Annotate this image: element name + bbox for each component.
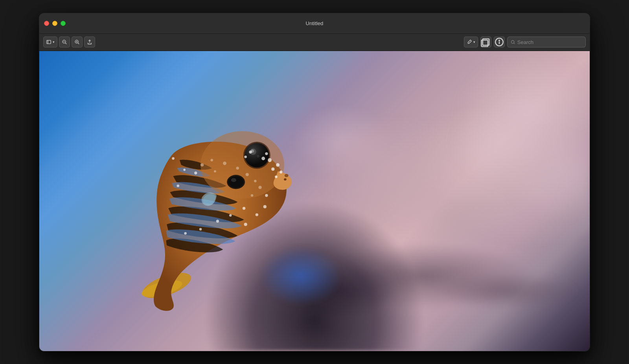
zoom-out-button[interactable] — [59, 37, 70, 48]
svg-point-37 — [229, 214, 232, 217]
share-button[interactable] — [84, 37, 95, 48]
svg-point-54 — [271, 168, 274, 171]
sidebar-toggle-button[interactable]: ▾ — [43, 37, 57, 48]
search-icon — [511, 40, 515, 45]
svg-point-50 — [228, 176, 243, 188]
svg-point-60 — [275, 176, 278, 178]
titlebar: Untitled — [39, 13, 590, 34]
svg-point-32 — [244, 223, 247, 226]
chevron-down-icon: ▾ — [53, 40, 55, 44]
fish-scene — [39, 51, 590, 351]
svg-line-8 — [78, 43, 79, 44]
svg-point-41 — [200, 131, 284, 199]
search-box[interactable] — [507, 37, 586, 48]
pen-icon — [467, 39, 472, 45]
markup-tool-button[interactable]: ▾ — [464, 37, 478, 48]
info-button[interactable] — [494, 37, 505, 48]
layers-button[interactable] — [480, 37, 491, 48]
svg-point-13 — [499, 40, 500, 41]
svg-rect-0 — [47, 40, 51, 44]
window-title: Untitled — [306, 20, 324, 26]
svg-line-15 — [514, 43, 515, 44]
svg-point-31 — [256, 213, 258, 216]
zoom-in-button[interactable] — [72, 37, 83, 48]
minimize-button[interactable] — [52, 21, 57, 26]
traffic-lights — [44, 21, 66, 26]
maximize-button[interactable] — [61, 21, 66, 26]
svg-point-43 — [284, 178, 287, 181]
svg-point-26 — [183, 169, 186, 171]
toolbar: ▾ — [39, 34, 590, 51]
svg-point-51 — [231, 178, 236, 182]
svg-point-45 — [245, 143, 269, 167]
svg-point-48 — [257, 155, 259, 158]
fish-svg — [83, 96, 314, 321]
zoom-in-icon — [74, 39, 80, 45]
svg-point-14 — [511, 40, 514, 43]
close-button[interactable] — [44, 21, 49, 26]
svg-point-58 — [265, 152, 268, 155]
svg-point-39 — [199, 228, 202, 231]
zoom-out-icon — [62, 39, 67, 45]
svg-point-59 — [280, 170, 282, 173]
svg-point-42 — [285, 174, 289, 177]
svg-point-57 — [244, 155, 247, 158]
svg-point-36 — [243, 207, 245, 210]
toolbar-right: ▾ — [464, 37, 586, 48]
info-icon — [494, 37, 504, 47]
svg-point-53 — [276, 163, 280, 167]
svg-point-29 — [265, 194, 268, 197]
image-content — [39, 51, 590, 351]
svg-point-52 — [268, 158, 272, 162]
fish-image — [83, 96, 314, 321]
svg-point-56 — [249, 151, 252, 154]
chevron-down-icon: ▾ — [473, 40, 475, 44]
sidebar-icon — [46, 39, 51, 45]
app-window: Untitled ▾ — [39, 13, 590, 351]
svg-line-4 — [65, 43, 66, 44]
svg-point-33 — [172, 157, 175, 160]
svg-point-25 — [194, 172, 197, 174]
share-icon — [87, 39, 92, 45]
svg-point-34 — [177, 185, 180, 187]
svg-point-30 — [263, 205, 267, 208]
svg-point-40 — [184, 232, 187, 235]
search-input[interactable] — [517, 39, 582, 45]
svg-point-38 — [216, 220, 219, 223]
svg-point-55 — [261, 157, 265, 160]
layers-icon — [481, 37, 491, 47]
